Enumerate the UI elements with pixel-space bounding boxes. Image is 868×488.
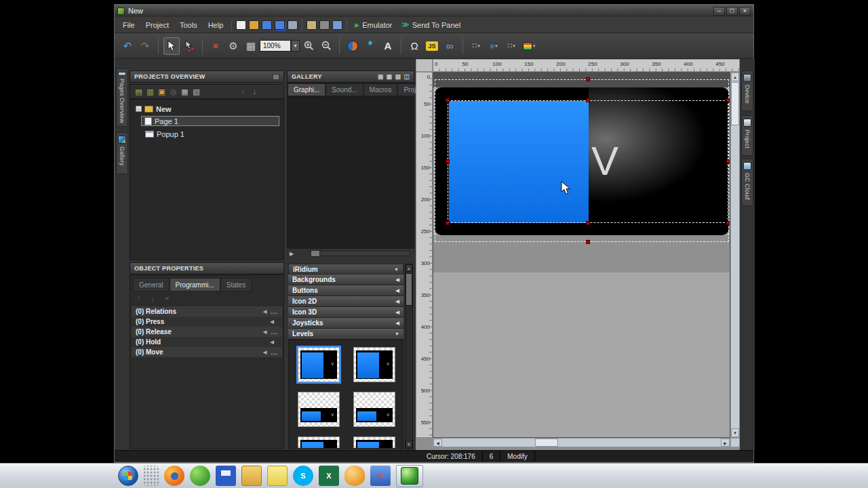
more-button[interactable]: ... [271,308,278,315]
maximize-button[interactable]: □ [726,7,738,16]
office-tool-icon[interactable] [344,466,365,486]
file-manager-icon[interactable] [241,466,262,486]
selection-handle[interactable] [586,98,590,102]
grid-toggle-icon[interactable]: ▦ [243,37,259,55]
add-page-button[interactable]: ▤ [133,86,144,97]
gallery-thumbnail[interactable]: v [298,347,340,382]
send-to-panel-button[interactable]: ≫ Send To Panel [397,19,465,30]
save-as-icon[interactable] [288,20,298,30]
active-app-button[interactable] [396,465,423,487]
emulator-button[interactable]: ▶ Emulator [350,20,397,30]
distribute-options-button[interactable]: ∷▾ [503,37,519,55]
tab-gallery[interactable]: Gallery [116,132,128,174]
settings-icon[interactable]: ⚙ [225,37,241,55]
selection-handle[interactable] [586,221,590,225]
skype-icon[interactable]: S [293,466,313,486]
grid-options-button[interactable]: ∷▾ [468,37,484,55]
menu-file[interactable]: File [117,19,140,31]
scrollbar-thumb[interactable] [535,439,558,447]
tab-macros[interactable]: Macros [363,83,398,96]
gallery-thumbnail[interactable]: v [353,347,395,382]
copy-item-button[interactable]: ▦ [179,86,191,97]
gallery-thumbnail[interactable]: v [353,392,395,427]
tree-node-project[interactable]: - New [136,104,172,114]
scroll-left-arrow[interactable]: ◀ [433,439,442,447]
category-buttons[interactable]: Buttons ◀ [288,285,403,296]
more-button[interactable]: ... [271,329,278,336]
add-popup-button[interactable]: ▥ [144,86,156,97]
paste-icon[interactable] [319,20,330,30]
category-backgrounds[interactable]: Backgrounds ◀ [288,274,403,285]
view-detail-icon[interactable]: ◫ [403,73,410,80]
tab-project[interactable]: Project [741,115,753,156]
tab-programming[interactable]: Programmi... [170,278,220,291]
text-tool-icon[interactable]: A [380,37,396,55]
gallery-thumbnail[interactable] [298,436,340,449]
property-row-press[interactable]: (0) Press ◀ [132,317,282,327]
tab-general[interactable]: General [133,278,170,291]
pinned-apps-grid-icon[interactable] [144,466,159,486]
select-tool-button[interactable] [163,37,180,55]
tab-pages-overview[interactable]: Pages Overview [116,68,128,127]
view-list-icon[interactable]: ▤ [395,73,401,80]
gallery-scrollbar[interactable]: ▲ ▼ [405,264,413,449]
scroll-up-arrow[interactable]: ▲ [406,264,412,272]
selection-handle[interactable] [446,159,450,163]
sticky-notes-icon[interactable] [267,466,288,486]
zoom-caret[interactable]: ▾ [291,40,300,52]
library-selector[interactable]: iRidium ▼ [288,264,403,274]
category-levels[interactable]: Levels ▼ [288,329,403,340]
view-grid-icon[interactable]: ▦ [387,73,393,80]
minimize-button[interactable]: – [713,7,725,16]
play-icon[interactable]: ▶ [290,251,294,257]
scrollbar-thumb[interactable] [731,82,739,125]
menu-project[interactable]: Project [140,19,174,31]
open-project-icon[interactable] [249,20,259,30]
gallery-thumbnail[interactable]: v [298,392,340,427]
panel-menu-icon[interactable] [273,74,279,80]
tab-graphics[interactable]: Graphi... [288,83,326,96]
category-joysticks[interactable]: Joysticks ◀ [288,318,403,329]
tree-node-page[interactable]: Page 1 [141,116,279,126]
size-slider-track[interactable] [309,251,410,256]
media-app-icon[interactable] [190,466,210,486]
expand-left-icon[interactable]: ◀ [263,309,267,314]
view-large-icon[interactable]: ▣ [378,73,384,80]
zoom-out-button[interactable] [318,37,334,55]
selection-handle[interactable] [586,77,590,81]
link-icon[interactable]: ∞ [441,37,458,55]
expand-left-icon[interactable]: ◀ [263,350,267,355]
canvas-vertical-scrollbar[interactable]: ▲ ▼ [730,72,740,438]
move-down-button[interactable]: ↓ [249,86,260,97]
tab-device[interactable]: Device [741,70,753,111]
align-options-button[interactable]: ≡▾ [486,37,502,55]
property-row-move[interactable]: (0) Move ◀ ... [132,347,282,357]
utility-app-icon[interactable]: × [370,466,391,486]
ir-driver-icon[interactable] [344,37,361,55]
selection-handle[interactable] [586,240,590,244]
scroll-down-arrow[interactable]: ▼ [406,441,412,448]
category-icon-3d[interactable]: Icon 3D ◀ [288,307,403,318]
menu-tools[interactable]: Tools [174,19,203,31]
tab-states[interactable]: States [220,278,252,291]
paste-item-button[interactable]: ▧ [191,86,202,97]
canvas-horizontal-scrollbar[interactable]: ◀ ▶ [433,438,730,447]
expand-left-icon[interactable]: ◀ [271,319,274,325]
tab-gc-cloud[interactable]: GC Cloud [741,159,753,206]
redo-button[interactable]: ↷ [137,37,153,55]
expand-left-icon[interactable]: ◀ [271,340,274,345]
delete-button[interactable]: × [208,37,224,55]
clear-button[interactable]: × [161,293,173,304]
save-all-icon[interactable] [275,20,285,30]
tab-sounds[interactable]: Sound... [326,83,363,96]
copy-icon[interactable] [307,20,317,30]
undo-button[interactable]: ↶ [119,37,136,55]
excel-icon[interactable]: X [319,466,339,486]
move-down-button[interactable]: ↓ [147,293,159,304]
scrollbar-thumb[interactable] [406,273,412,306]
property-row-relations[interactable]: (0) Relations ◀ ... [132,306,282,317]
design-viewport[interactable]: V [433,72,730,438]
firefox-icon[interactable] [164,466,184,486]
expand-left-icon[interactable]: ◀ [263,329,267,335]
move-up-button[interactable]: ↑ [237,86,249,97]
